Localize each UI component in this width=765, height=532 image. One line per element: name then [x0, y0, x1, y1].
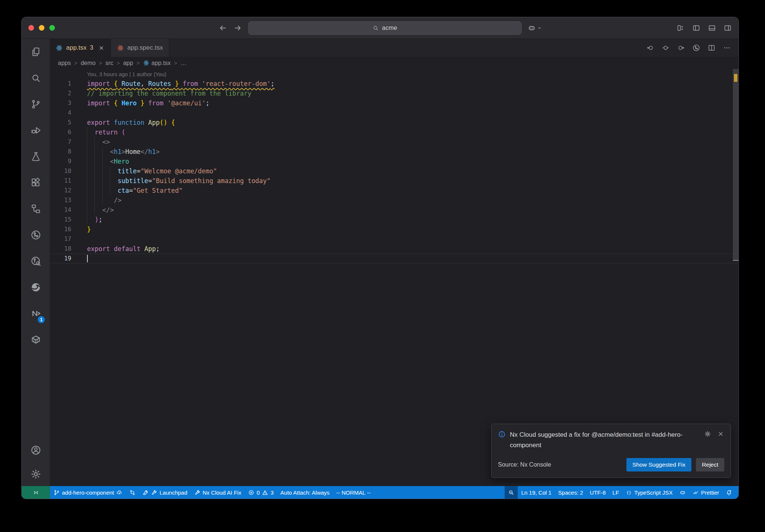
notification-close-icon[interactable]: [717, 430, 724, 437]
activity-nx-console[interactable]: 1: [22, 300, 50, 327]
statusbar-label: UTF-8: [590, 489, 606, 496]
code-line-10[interactable]: 10 title="Welcmoe @acme/demo": [50, 166, 738, 176]
code-line-15[interactable]: 15 );: [50, 215, 738, 225]
graph-search-icon: [30, 256, 41, 267]
code-editor[interactable]: You, 3 hours ago | 1 author (You) 1 impo…: [50, 69, 738, 486]
breadcrumb-item[interactable]: src: [105, 60, 113, 66]
panel-left-button[interactable]: [692, 24, 700, 32]
statusbar-branch[interactable]: add-hero-component: [50, 486, 126, 499]
breadcrumb-item[interactable]: app: [123, 60, 133, 66]
forward-arrow-icon[interactable]: [233, 24, 242, 33]
breadcrumb-file[interactable]: app.tsx: [143, 60, 171, 66]
statusbar-remote[interactable]: [22, 486, 50, 499]
statusbar-indentation[interactable]: Spaces: 2: [555, 486, 586, 499]
show-suggested-fix-button[interactable]: Show Suggested Fix: [626, 458, 691, 471]
code-line-13[interactable]: 13 />: [50, 195, 738, 205]
close-window-button[interactable]: [28, 25, 34, 31]
statusbar-nx-cloud-ai-fix[interactable]: Nx Cloud AI Fix: [191, 486, 245, 499]
line-number: 9: [50, 157, 71, 166]
line-content: <>: [87, 137, 110, 147]
code-line-11[interactable]: 11 subtitle="Build something amazing tod…: [50, 176, 738, 186]
back-arrow-icon[interactable]: [218, 24, 227, 33]
statusbar-eol[interactable]: LF: [609, 486, 623, 499]
breadcrumb-item[interactable]: demo: [81, 60, 96, 66]
line-content: <h1>Home</h1>: [87, 147, 160, 157]
code-line-6[interactable]: 6 return (: [50, 127, 738, 137]
activity-testing[interactable]: [22, 143, 50, 170]
code-line-16[interactable]: 16 }: [50, 225, 738, 234]
line-number: 16: [50, 225, 71, 234]
breadcrumb[interactable]: apps>demo>src>app>app.tsx>…: [50, 57, 738, 69]
code-line-9[interactable]: 9 <Hero: [50, 157, 738, 166]
statusbar-problems[interactable]: 03: [245, 486, 277, 499]
code-line-19[interactable]: 19: [50, 254, 738, 263]
indent-guide: [95, 205, 95, 215]
code-line-5[interactable]: 5 export function App() {: [50, 118, 738, 127]
line-number: 13: [50, 195, 71, 205]
panel-bottom-button[interactable]: [708, 24, 716, 32]
code-line-4[interactable]: 4: [50, 108, 738, 118]
code-line-2[interactable]: 2 // importing the component from the li…: [50, 89, 738, 98]
statusbar-vim-mode[interactable]: -- NORMAL --: [333, 486, 374, 499]
panel-right-button[interactable]: [724, 24, 732, 32]
activity-run-debug[interactable]: [22, 117, 50, 143]
close-tab-icon[interactable]: [98, 45, 105, 51]
statusbar-language-mode[interactable]: {}TypeScript JSX: [622, 486, 676, 499]
indent-guide: [95, 176, 95, 186]
activity-commit-search[interactable]: [22, 248, 50, 274]
activity-git-graph[interactable]: [22, 222, 50, 248]
indent-guide: [87, 186, 87, 195]
breadcrumb-item[interactable]: apps: [58, 60, 71, 66]
ellipsis-button[interactable]: [723, 44, 731, 52]
statusbar-gitlens[interactable]: [126, 486, 139, 499]
code-line-18[interactable]: 18 export default App;: [50, 244, 738, 254]
line-content: import { Route, Routes } from 'react-rou…: [87, 79, 275, 89]
statusbar-launchpad[interactable]: Launchpad: [139, 486, 191, 499]
nav-forward-circle-button[interactable]: [677, 44, 685, 52]
activity-settings[interactable]: [22, 462, 50, 486]
statusbar-cursor-position[interactable]: Ln 19, Col 1: [518, 486, 555, 499]
activity-explorer[interactable]: [22, 39, 50, 65]
code-line-17[interactable]: 17: [50, 234, 738, 244]
tab-app.spec.tsx[interactable]: app.spec.tsx: [111, 39, 169, 57]
code-line-12[interactable]: 12 cta="Get Started": [50, 186, 738, 195]
files-icon: [30, 46, 41, 58]
breadcrumb-more[interactable]: …: [180, 60, 186, 66]
double-check-icon: [693, 489, 699, 496]
code-line-8[interactable]: 8 <h1>Home</h1>: [50, 147, 738, 157]
status-bar: add-hero-component Launchpad Nx Cloud AI…: [22, 486, 738, 499]
activity-hierarchy[interactable]: [22, 196, 50, 222]
maximize-window-button[interactable]: [49, 25, 55, 31]
command-center-search[interactable]: acme: [248, 21, 521, 35]
code-line-7[interactable]: 7 <>: [50, 137, 738, 147]
indent-guide: [95, 195, 95, 205]
statusbar-auto-attach[interactable]: Auto Attach: Always: [277, 486, 333, 499]
activity-containers[interactable]: [22, 327, 50, 353]
code-line-1[interactable]: 1 import { Route, Routes } from 'react-r…: [50, 79, 738, 89]
nav-circle-button[interactable]: [662, 44, 670, 52]
extensions-icon: [30, 177, 41, 188]
layout-customize-button[interactable]: [676, 24, 685, 32]
scrollbar-thumb[interactable]: [733, 69, 738, 261]
notification-settings-gear-icon[interactable]: [704, 430, 711, 437]
statusbar-zoom[interactable]: [505, 486, 518, 499]
minimize-window-button[interactable]: [39, 25, 44, 31]
code-line-3[interactable]: 3 import { Hero } from '@acme/ui';: [50, 98, 738, 108]
activity-search[interactable]: [22, 65, 50, 91]
reject-button[interactable]: Reject: [696, 458, 724, 471]
activity-source-control[interactable]: [22, 91, 50, 117]
tab-app.tsx[interactable]: app.tsx 3: [50, 39, 111, 57]
activity-accounts[interactable]: [22, 438, 50, 462]
activity-extensions[interactable]: [22, 170, 50, 196]
activity-edge-tools[interactable]: [22, 274, 50, 300]
nav-back-circle-button[interactable]: [646, 44, 654, 52]
overview-ruler[interactable]: [733, 69, 738, 486]
statusbar-copilot[interactable]: [676, 486, 689, 499]
split-editor-button[interactable]: [707, 44, 716, 52]
statusbar-notifications-bell[interactable]: [722, 486, 735, 499]
run-circle-button[interactable]: [692, 44, 700, 52]
statusbar-prettier[interactable]: Prettier: [689, 486, 722, 499]
copilot-menu[interactable]: [527, 24, 542, 32]
statusbar-encoding[interactable]: UTF-8: [586, 486, 609, 499]
code-line-14[interactable]: 14 </>: [50, 205, 738, 215]
